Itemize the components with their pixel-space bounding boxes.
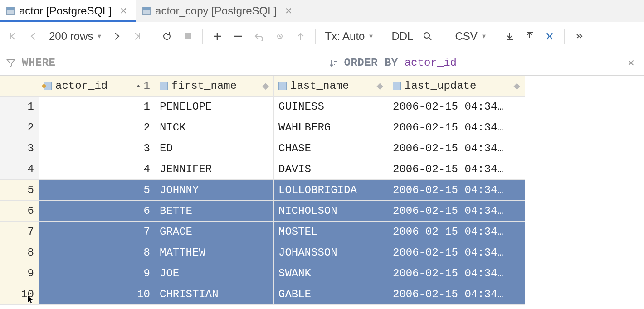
- row-number[interactable]: 8: [0, 242, 39, 263]
- prev-page-button[interactable]: [24, 26, 44, 46]
- row-number[interactable]: 5: [0, 180, 39, 201]
- cell-last_update[interactable]: 2006-02-15 04:34…: [388, 117, 525, 138]
- clear-orderby-button[interactable]: ✕: [624, 55, 638, 71]
- search-button[interactable]: [418, 26, 438, 46]
- row-number[interactable]: 10: [0, 284, 39, 305]
- cell-actor_id[interactable]: 7: [39, 222, 155, 242]
- cell-last_name[interactable]: NICHOLSON: [274, 201, 388, 222]
- tab-actor-copy[interactable]: actor_copy [PostgreSQL] ✕: [136, 0, 301, 22]
- column-name: first_name: [171, 80, 237, 92]
- row-number[interactable]: 9: [0, 263, 39, 284]
- close-icon[interactable]: ✕: [120, 5, 127, 16]
- cell-actor_id[interactable]: 5: [39, 180, 155, 201]
- column-header-actor_id[interactable]: actor_id 1: [39, 76, 155, 97]
- row-number[interactable]: 7: [0, 222, 39, 242]
- close-icon[interactable]: ✕: [285, 5, 293, 16]
- cell-first_name[interactable]: ED: [155, 138, 274, 159]
- cell-last_update[interactable]: 2006-02-15 04:34…: [388, 222, 525, 242]
- chevron-down-icon: ▾: [482, 32, 486, 40]
- filter-bar: WHERE ORDER BY actor_id ✕: [0, 50, 644, 76]
- cell-last_name[interactable]: GABLE: [274, 284, 388, 305]
- rows-label: 200 rows: [49, 30, 93, 43]
- row-number[interactable]: 6: [0, 201, 39, 222]
- cell-last_update[interactable]: 2006-02-15 04:34…: [388, 201, 525, 222]
- cell-last_update[interactable]: 2006-02-15 04:34…: [388, 180, 525, 201]
- tab-actor[interactable]: actor [PostgreSQL] ✕: [0, 0, 136, 22]
- row-number[interactable]: 1: [0, 97, 39, 117]
- cell-last_name[interactable]: SWANK: [274, 263, 388, 284]
- row-number[interactable]: 3: [0, 138, 39, 159]
- data-grid[interactable]: actor_id 1 first_name ◆ last_name ◆ last…: [0, 76, 644, 305]
- stop-button[interactable]: [178, 26, 198, 46]
- cell-actor_id[interactable]: 2: [39, 117, 155, 138]
- cell-actor_id[interactable]: 3: [39, 138, 155, 159]
- first-page-button[interactable]: [3, 26, 23, 46]
- cell-first_name[interactable]: JOE: [155, 263, 274, 284]
- cell-last_update[interactable]: 2006-02-15 04:34…: [388, 159, 525, 180]
- chevron-down-icon: ▾: [369, 32, 373, 40]
- where-label: WHERE: [22, 57, 56, 69]
- add-row-button[interactable]: [207, 26, 227, 46]
- export-label: CSV: [455, 30, 477, 43]
- tx-label: Tx: Auto: [325, 30, 365, 43]
- cell-actor_id[interactable]: 9: [39, 263, 155, 284]
- cell-actor_id[interactable]: 4: [39, 159, 155, 180]
- cell-first_name[interactable]: PENELOPE: [155, 97, 274, 117]
- cell-first_name[interactable]: GRACE: [155, 222, 274, 242]
- column-icon: [278, 82, 287, 90]
- cell-actor_id[interactable]: 8: [39, 242, 155, 263]
- overflow-button[interactable]: [569, 26, 589, 46]
- toolbar: 200 rows ▾: [0, 22, 644, 50]
- column-icon: [160, 82, 168, 90]
- cell-actor_id[interactable]: 6: [39, 201, 155, 222]
- cell-actor_id[interactable]: 10: [39, 284, 155, 305]
- last-page-button[interactable]: [127, 26, 147, 46]
- orderby-input[interactable]: ORDER BY actor_id ✕: [322, 50, 644, 75]
- cell-last_name[interactable]: CHASE: [274, 138, 388, 159]
- rows-dropdown[interactable]: 200 rows ▾: [44, 26, 106, 46]
- remove-row-button[interactable]: [228, 26, 248, 46]
- ddl-button[interactable]: DDL: [387, 26, 418, 46]
- tab-label: actor_copy [PostgreSQL]: [155, 5, 277, 17]
- import-button[interactable]: [520, 26, 540, 46]
- cell-first_name[interactable]: CHRISTIAN: [155, 284, 274, 305]
- compare-button[interactable]: [540, 26, 560, 46]
- cell-last_update[interactable]: 2006-02-15 04:34…: [388, 97, 525, 117]
- cell-last_name[interactable]: MOSTEL: [274, 222, 388, 242]
- export-button[interactable]: [500, 26, 520, 46]
- column-header-first_name[interactable]: first_name ◆: [155, 76, 274, 97]
- row-number[interactable]: 4: [0, 159, 39, 180]
- preview-changes-button[interactable]: [270, 26, 290, 46]
- reload-button[interactable]: [157, 26, 177, 46]
- revert-button[interactable]: [249, 26, 269, 46]
- cell-actor_id[interactable]: 1: [39, 97, 155, 117]
- cell-last_update[interactable]: 2006-02-15 04:34…: [388, 242, 525, 263]
- export-format-dropdown[interactable]: CSV ▾: [450, 26, 490, 46]
- row-number[interactable]: 2: [0, 117, 39, 138]
- column-header-last_update[interactable]: last_update ◆: [388, 76, 525, 97]
- orderby-label: ORDER BY: [344, 57, 398, 69]
- svg-rect-0: [185, 33, 191, 39]
- column-header-last_name[interactable]: last_name ◆: [274, 76, 388, 97]
- cell-last_name[interactable]: WAHLBERG: [274, 117, 388, 138]
- next-page-button[interactable]: [107, 26, 127, 46]
- cell-first_name[interactable]: JENNIFER: [155, 159, 274, 180]
- tx-mode-dropdown[interactable]: Tx: Auto ▾: [320, 26, 377, 46]
- sort-indicator: 1: [136, 80, 150, 92]
- cell-first_name[interactable]: NICK: [155, 117, 274, 138]
- submit-button[interactable]: [291, 26, 311, 46]
- cell-last_name[interactable]: GUINESS: [274, 97, 388, 117]
- where-input[interactable]: WHERE: [0, 50, 322, 75]
- svg-point-2: [424, 33, 429, 38]
- cell-first_name[interactable]: MATTHEW: [155, 242, 274, 263]
- cell-last_name[interactable]: LOLLOBRIGIDA: [274, 180, 388, 201]
- cell-last_update[interactable]: 2006-02-15 04:34…: [388, 263, 525, 284]
- grid-corner[interactable]: [0, 76, 39, 97]
- cell-last_name[interactable]: JOHANSSON: [274, 242, 388, 263]
- cell-first_name[interactable]: BETTE: [155, 201, 274, 222]
- sort-handle-icon: ◆: [263, 79, 269, 92]
- cell-last_update[interactable]: 2006-02-15 04:34…: [388, 138, 525, 159]
- cell-last_update[interactable]: 2006-02-15 04:34…: [388, 284, 525, 305]
- cell-first_name[interactable]: JOHNNY: [155, 180, 274, 201]
- cell-last_name[interactable]: DAVIS: [274, 159, 388, 180]
